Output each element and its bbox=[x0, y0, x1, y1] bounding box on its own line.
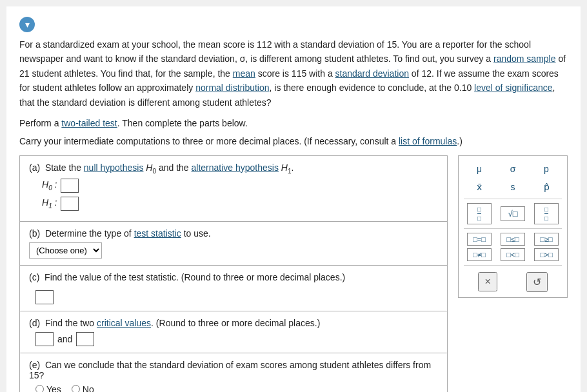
sqrt-button[interactable]: √□ bbox=[501, 206, 525, 221]
symbol-divider-3 bbox=[464, 265, 562, 266]
symbol-row-5: □≠□ □<□ □>□ bbox=[464, 248, 562, 261]
questions-panel: (a) State the null hypothesis H0 and the… bbox=[19, 155, 448, 392]
xbar-button[interactable]: x̄ bbox=[469, 179, 490, 195]
mu-button[interactable]: μ bbox=[469, 161, 490, 177]
question-a: (a) State the null hypothesis H0 and the… bbox=[20, 156, 447, 222]
sigma-button[interactable]: σ bbox=[502, 161, 523, 177]
h0-row: H0 : bbox=[42, 179, 438, 193]
test-statistic-dropdown[interactable]: (Choose one) Z t Chi-square F bbox=[29, 242, 102, 259]
geq-button[interactable]: □≥□ bbox=[534, 233, 559, 246]
yes-label[interactable]: Yes bbox=[35, 384, 61, 392]
h0-symbol: H0 : bbox=[42, 179, 57, 191]
alternative-hypothesis-link[interactable]: alternative hypothesis bbox=[192, 162, 279, 173]
symbol-row-1: μ σ p bbox=[464, 161, 562, 177]
fraction-button[interactable]: □ □ bbox=[467, 203, 492, 224]
frac2-button[interactable]: □ □ bbox=[534, 203, 559, 224]
symbol-row-4: □=□ □≤□ □≥□ bbox=[464, 233, 562, 246]
question-b: (b) Determine the type of test statistic… bbox=[20, 222, 447, 266]
yes-text: Yes bbox=[46, 384, 61, 392]
phat-button[interactable]: p̂ bbox=[536, 179, 557, 195]
critical-values-link[interactable]: critical values bbox=[97, 318, 151, 328]
instruction2: Carry your intermediate computations to … bbox=[19, 134, 568, 148]
h1-input[interactable] bbox=[61, 197, 79, 211]
null-hypothesis-link[interactable]: null hypothesis bbox=[84, 162, 144, 173]
page-container: ▾ For a standardized exam at your school… bbox=[6, 6, 581, 392]
h1-row: H1 : bbox=[42, 197, 438, 211]
and-text: and bbox=[57, 334, 72, 344]
question-d: (d) Find the two critical values. (Round… bbox=[20, 311, 447, 353]
critical-value-2-input[interactable] bbox=[76, 332, 94, 346]
neq-button[interactable]: □≠□ bbox=[467, 248, 492, 261]
instruction1: Perform a two-tailed test. Then complete… bbox=[19, 116, 568, 130]
test-statistic-input[interactable] bbox=[35, 290, 54, 304]
gt-button[interactable]: □>□ bbox=[534, 248, 559, 261]
symbol-row-3: □ □ √□ □ □ bbox=[464, 203, 562, 224]
yes-radio[interactable] bbox=[35, 385, 44, 392]
clear-button[interactable]: × bbox=[478, 272, 497, 291]
symbol-row-2: x̄ s p̂ bbox=[464, 179, 562, 195]
test-statistic-link[interactable]: test statistic bbox=[134, 228, 181, 239]
main-content: (a) State the null hypothesis H0 and the… bbox=[19, 155, 568, 392]
equals-button[interactable]: □=□ bbox=[467, 233, 492, 246]
symbol-action-row: × ↺ bbox=[464, 272, 562, 292]
h1-symbol: H1 : bbox=[42, 197, 57, 210]
two-tailed-test-link[interactable]: two-tailed test bbox=[61, 118, 117, 128]
leq-button[interactable]: □≤□ bbox=[501, 233, 525, 246]
no-radio[interactable] bbox=[72, 385, 80, 392]
normal-distribution-link[interactable]: normal distribution bbox=[195, 83, 269, 93]
lt-button[interactable]: □<□ bbox=[501, 248, 525, 261]
question-e-label: (e) Can we conclude that the standard de… bbox=[29, 360, 438, 380]
question-c: (c) Find the value of the test statistic… bbox=[20, 266, 447, 311]
p-button[interactable]: p bbox=[536, 161, 557, 177]
yes-no-row: Yes No bbox=[35, 384, 438, 392]
symbol-panel: μ σ p x̄ s p̂ □ □ √□ bbox=[458, 155, 568, 298]
question-e: (e) Can we conclude that the standard de… bbox=[20, 353, 447, 392]
problem-paragraph: For a standardized exam at your school, … bbox=[19, 37, 568, 110]
chevron-button[interactable]: ▾ bbox=[19, 17, 35, 32]
no-label[interactable]: No bbox=[72, 384, 94, 392]
question-c-label: (c) Find the value of the test statistic… bbox=[29, 272, 438, 282]
s-button[interactable]: s bbox=[502, 179, 523, 195]
list-of-formulas-link[interactable]: list of formulas bbox=[399, 136, 457, 146]
symbol-divider-2 bbox=[464, 228, 562, 229]
symbol-divider-1 bbox=[464, 199, 562, 199]
no-text: No bbox=[83, 384, 94, 392]
standard-deviation-link[interactable]: standard deviation bbox=[335, 68, 409, 79]
h0-input[interactable] bbox=[61, 179, 79, 193]
critical-values-row: and bbox=[35, 332, 438, 346]
question-d-label: (d) Find the two critical values. (Round… bbox=[29, 318, 438, 328]
question-a-label: (a) State the null hypothesis H0 and the… bbox=[29, 162, 438, 175]
critical-value-1-input[interactable] bbox=[35, 332, 54, 346]
chevron-icon: ▾ bbox=[25, 20, 30, 29]
mean-link[interactable]: mean bbox=[233, 68, 255, 79]
random-sample-link[interactable]: random sample bbox=[493, 54, 556, 64]
question-b-label: (b) Determine the type of test statistic… bbox=[29, 228, 438, 239]
level-of-significance-link[interactable]: level of significance bbox=[474, 83, 552, 93]
undo-button[interactable]: ↺ bbox=[526, 272, 548, 292]
